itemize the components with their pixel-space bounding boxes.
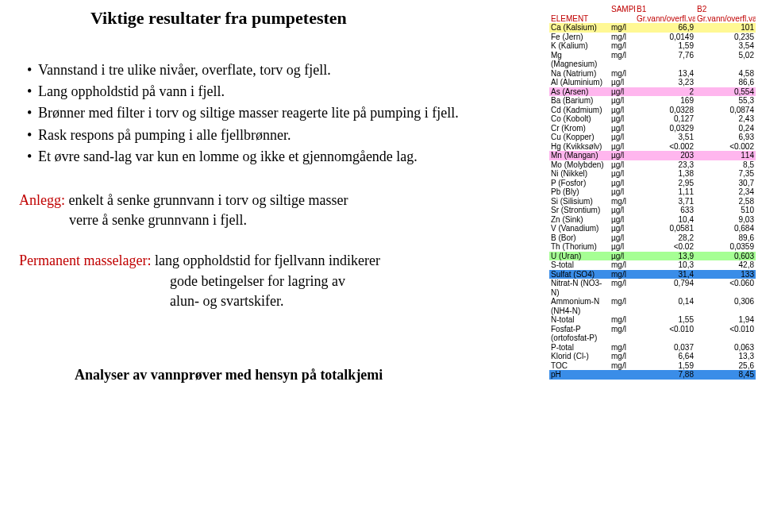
- cell-unit: mg/l: [610, 270, 635, 279]
- cell-value-b2: <0.060: [695, 279, 756, 297]
- cell-value-b1: 2: [635, 87, 695, 97]
- table-row: Mn (Mangan)µg/l203114: [549, 151, 756, 160]
- cell-value-b2: 0,554: [695, 87, 756, 97]
- cell-unit: mg/l: [610, 297, 635, 315]
- cell-value-b2: 86,6: [695, 78, 756, 87]
- cell-value-b1: 7,76: [635, 51, 695, 69]
- section-anlegg: Anlegg: enkelt å senke grunnvann i torv …: [19, 191, 535, 230]
- cell-value-b2: 30,7: [695, 179, 756, 188]
- cell-value-b1: 1,11: [635, 187, 695, 197]
- table-row: pH7,888,45: [549, 370, 756, 380]
- cell-unit: µg/l: [610, 87, 635, 97]
- cell-unit: µg/l: [610, 242, 635, 252]
- cell-value-b2: 8,5: [695, 160, 756, 170]
- cell-element: Cu (Kopper): [549, 133, 610, 142]
- cell-element: Klorid (Cl-): [549, 352, 610, 361]
- cell-unit: mg/l: [610, 197, 635, 206]
- table-row: V (Vanadium)µg/l0,05810,684: [549, 224, 756, 233]
- section-line: lang oppholdstid for fjellvann indikerer: [155, 253, 380, 268]
- table-row: Si (Silisium)mg/l3,712,58: [549, 197, 756, 206]
- cell-unit: [610, 370, 635, 380]
- cell-element: Mg (Magnesium): [549, 51, 610, 69]
- cell-value-b1: 0,0328: [635, 106, 695, 115]
- table-row: Pb (Bly)µg/l1,112,34: [549, 187, 756, 197]
- table-header-row: ELEMENT Gr.vann/overfl.vann Gr.vann/over…: [549, 14, 756, 24]
- cell-element: V (Vanadium): [549, 224, 610, 233]
- hdr-b1-sub: Gr.vann/overfl.vann: [635, 14, 695, 24]
- bullet-item: Lang oppholdstid på vann i fjell.: [27, 82, 535, 102]
- cell-value-b2: 2,34: [695, 187, 756, 197]
- table-row: B (Bor)µg/l28,289,6: [549, 233, 756, 243]
- table-row: Ni (Nikkel)µg/l1,387,35: [549, 169, 756, 179]
- cell-value-b1: 1,38: [635, 169, 695, 179]
- table-row: Co (Kobolt)µg/l0,1272,43: [549, 114, 756, 124]
- table-row: Ba (Barium)µg/l16955,3: [549, 96, 756, 106]
- table-row: TOCmg/l1,5925,6: [549, 361, 756, 371]
- cell-value-b1: 0,0329: [635, 124, 695, 133]
- section-line: gode betingelser for lagring av: [19, 272, 535, 291]
- cell-value-b1: 10,3: [635, 260, 695, 270]
- bullet-item: Brønner med filter i torv og siltige mas…: [27, 103, 535, 123]
- bullet-item: Et øvre sand-lag var kun en lomme og ikk…: [27, 147, 535, 167]
- table-row: P-totalmg/l0,0370,063: [549, 343, 756, 353]
- table-row: Cd (Kadmium)µg/l0,03280,0874: [549, 106, 756, 115]
- cell-element: Si (Silisium): [549, 197, 610, 206]
- cell-value-b2: 114: [695, 151, 756, 160]
- cell-element: P-total: [549, 343, 610, 353]
- cell-unit: µg/l: [610, 206, 635, 215]
- cell-unit: µg/l: [610, 124, 635, 133]
- cell-element: S-total: [549, 260, 610, 270]
- cell-element: Nitrat-N (NO3-N): [549, 279, 610, 297]
- cell-unit: µg/l: [610, 179, 635, 188]
- cell-unit: mg/l: [610, 343, 635, 353]
- cell-value-b1: <0.02: [635, 242, 695, 252]
- cell-element: B (Bor): [549, 233, 610, 243]
- cell-element: Ba (Barium): [549, 96, 610, 106]
- cell-element: Zn (Sink): [549, 215, 610, 225]
- cell-element: Co (Kobolt): [549, 114, 610, 124]
- cell-value-b2: <0.002: [695, 142, 756, 152]
- cell-value-b1: 2,95: [635, 179, 695, 188]
- cell-element: As (Arsen): [549, 87, 610, 97]
- cell-value-b2: 2,58: [695, 197, 756, 206]
- cell-unit: mg/l: [610, 69, 635, 79]
- cell-unit: mg/l: [610, 352, 635, 361]
- hdr-b2-sub: Gr.vann/overfl.vann: [695, 14, 756, 24]
- cell-value-b1: 0,0581: [635, 224, 695, 233]
- cell-element: Mn (Mangan): [549, 151, 610, 160]
- table-row: Fosfat-P (ortofosfat-P)mg/l<0.010<0.010: [549, 325, 756, 343]
- cell-value-b2: 0,0874: [695, 106, 756, 115]
- cell-unit: µg/l: [610, 114, 635, 124]
- table-row: Mo (Molybden)µg/l23,38,5: [549, 160, 756, 170]
- cell-element: Ammonium-N (NH4-N): [549, 297, 610, 315]
- cell-element: Cd (Kadmium): [549, 106, 610, 115]
- table-row: Na (Natrium)mg/l13,44,58: [549, 69, 756, 79]
- cell-value-b2: 89,6: [695, 233, 756, 243]
- cell-value-b2: 9,03: [695, 215, 756, 225]
- hdr-element: ELEMENT: [549, 14, 610, 24]
- table-row: Mg (Magnesium)mg/l7,765,02: [549, 51, 756, 69]
- cell-element: Na (Natrium): [549, 69, 610, 79]
- cell-value-b2: 4,58: [695, 69, 756, 79]
- cell-unit: µg/l: [610, 252, 635, 261]
- table-row: Ammonium-N (NH4-N)mg/l0,140,306: [549, 297, 756, 315]
- bullet-item: Rask respons på pumping i alle fjellbrøn…: [27, 125, 535, 145]
- cell-element: Ca (Kalsium): [549, 23, 610, 33]
- table-row: Fe (Jern)mg/l0,01490,235: [549, 33, 756, 42]
- cell-value-b2: 0,235: [695, 33, 756, 42]
- bullet-item: Vannstand i tre ulike nivåer, overflate,…: [27, 60, 535, 80]
- cell-element: Cr (Krom): [549, 124, 610, 133]
- cell-value-b2: 2,43: [695, 114, 756, 124]
- section-lead: Anlegg:: [19, 192, 65, 208]
- cell-value-b2: 101: [695, 23, 756, 33]
- cell-value-b2: 6,93: [695, 133, 756, 142]
- cell-value-b2: 5,02: [695, 51, 756, 69]
- cell-unit: µg/l: [610, 215, 635, 225]
- cell-value-b2: 510: [695, 206, 756, 215]
- cell-value-b1: 28,2: [635, 233, 695, 243]
- cell-unit: mg/l: [610, 279, 635, 297]
- table-row: As (Arsen)µg/l20,554: [549, 87, 756, 97]
- cell-element: N-total: [549, 315, 610, 325]
- hdr-sample: SAMPLE: [610, 5, 635, 14]
- cell-value-b2: <0.010: [695, 325, 756, 343]
